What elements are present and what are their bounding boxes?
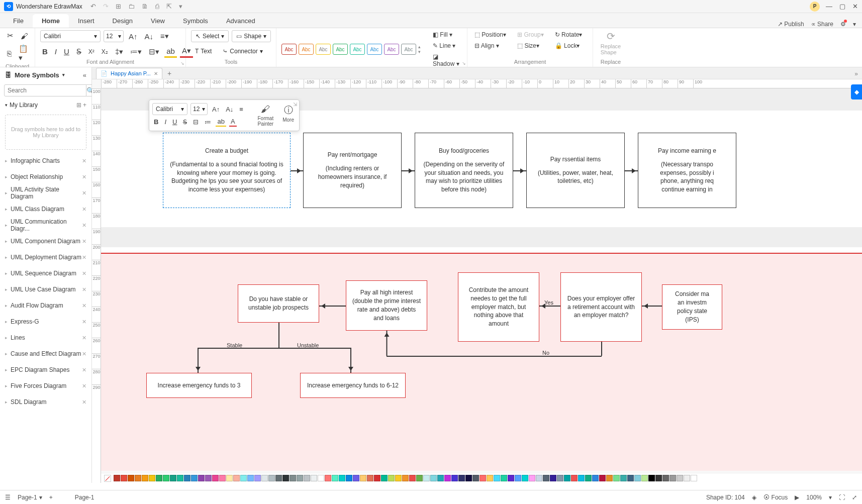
close-icon[interactable]: ✕ xyxy=(852,3,858,10)
color-swatch[interactable] xyxy=(620,475,627,481)
styles-scroll-down-icon[interactable]: ▾ xyxy=(418,49,421,54)
float-format-painter-button[interactable]: 🖌 Format Painter xyxy=(256,103,276,128)
layers-icon[interactable]: ◈ xyxy=(752,494,756,501)
presentation-icon[interactable]: ▶ xyxy=(795,494,799,501)
color-swatch[interactable] xyxy=(367,475,373,481)
float-decrease-font-icon[interactable]: A↓ xyxy=(224,105,235,114)
search-input[interactable] xyxy=(4,84,86,96)
symbol-category-item[interactable]: ▸Cause and Effect Diagram✕ xyxy=(0,346,91,362)
rotate-button[interactable]: ↻ Rotate▾ xyxy=(553,30,585,39)
new-icon[interactable]: ⊞ xyxy=(116,3,121,10)
color-swatch[interactable] xyxy=(170,475,176,481)
maximize-icon[interactable]: ▢ xyxy=(839,3,845,10)
color-swatch[interactable] xyxy=(374,475,380,481)
shape-employer-offer[interactable]: Does your employer offer a retirement ac… xyxy=(560,272,642,342)
shape-buy-food[interactable]: Buy food/groceries (Depending on the ser… xyxy=(415,133,513,208)
subscript-icon[interactable]: X₂ xyxy=(100,47,110,56)
symbol-category-item[interactable]: ▸UML Sequence Diagram✕ xyxy=(0,265,91,281)
remove-category-icon[interactable]: ✕ xyxy=(82,383,86,389)
color-swatch[interactable] xyxy=(177,475,183,481)
remove-category-icon[interactable]: ✕ xyxy=(82,319,86,325)
tab-view[interactable]: View xyxy=(142,14,174,28)
page-selector[interactable]: Page-1 ▾ xyxy=(18,494,42,501)
shape-employer-match-amount[interactable]: Contribute the amount needes to get the … xyxy=(458,272,539,342)
shape-ips[interactable]: Consider ma an investm policy state (IPS… xyxy=(662,284,722,330)
panel-collapse-icon[interactable]: « xyxy=(83,71,86,79)
format-painter-icon[interactable]: 🖌 xyxy=(19,31,30,41)
shape-emergency-3[interactable]: Increase emergency funds to 3 xyxy=(146,373,252,398)
remove-category-icon[interactable]: ✕ xyxy=(82,174,86,180)
style-swatch-6[interactable]: Abc xyxy=(367,44,382,55)
copy-icon[interactable]: ⎘ xyxy=(5,48,14,59)
undo-icon[interactable]: ↶ xyxy=(90,3,96,10)
redo-icon[interactable]: ↷ xyxy=(103,3,109,10)
bullet-list-icon[interactable]: ≔▾ xyxy=(128,46,144,57)
remove-category-icon[interactable]: ✕ xyxy=(82,158,86,164)
float-italic-icon[interactable]: I xyxy=(163,118,168,126)
shape-emergency-6-12[interactable]: Increase emergency funds to 6-12 xyxy=(300,373,406,398)
color-swatch[interactable] xyxy=(254,475,261,481)
remove-category-icon[interactable]: ✕ xyxy=(82,335,86,341)
document-tab[interactable]: 📄 Happy Asian P... ✕ xyxy=(96,68,162,79)
symbol-category-item[interactable]: ▸Express-G✕ xyxy=(0,314,91,330)
color-swatch[interactable] xyxy=(346,475,352,481)
symbol-category-item[interactable]: ▸UML Use Case Diagram✕ xyxy=(0,281,91,297)
strikethrough-icon[interactable]: S̶ xyxy=(74,46,83,57)
color-swatch[interactable] xyxy=(487,475,493,481)
color-swatch[interactable] xyxy=(684,475,690,481)
symbol-category-item[interactable]: ▸Five Forces Diagram✕ xyxy=(0,378,91,394)
remove-category-icon[interactable]: ✕ xyxy=(82,303,86,309)
color-swatch[interactable] xyxy=(416,475,423,481)
symbol-category-item[interactable]: ▸UML Communication Diagr...✕ xyxy=(0,217,91,233)
color-swatch[interactable] xyxy=(360,475,366,481)
page-tab-1[interactable]: Page-1 xyxy=(75,494,94,501)
color-swatch[interactable] xyxy=(634,475,641,481)
fit-page-icon[interactable]: ⛶ xyxy=(839,494,845,501)
symbol-category-item[interactable]: ▸UML Class Diagram✕ xyxy=(0,201,91,217)
color-swatch[interactable] xyxy=(669,475,676,481)
tab-design[interactable]: Design xyxy=(104,14,142,28)
print-icon[interactable]: ⎙ xyxy=(155,3,159,10)
color-swatch[interactable] xyxy=(282,475,289,481)
color-swatch[interactable] xyxy=(121,475,127,481)
add-library-icon[interactable]: ⊞ + xyxy=(76,102,86,109)
color-swatch[interactable] xyxy=(437,475,444,481)
shape-income-earning[interactable]: Pay income earning e (Necessary transpo … xyxy=(638,133,736,208)
shape-tool-button[interactable]: ▭ Shape ▾ xyxy=(232,30,271,42)
remove-category-icon[interactable]: ✕ xyxy=(82,206,86,213)
remove-category-icon[interactable]: ✕ xyxy=(82,399,86,406)
symbol-category-item[interactable]: ▸UML Deployment Diagram✕ xyxy=(0,249,91,265)
remove-category-icon[interactable]: ✕ xyxy=(82,270,86,277)
color-swatch[interactable] xyxy=(613,475,620,481)
color-swatch[interactable] xyxy=(198,475,205,481)
color-swatch[interactable] xyxy=(114,475,120,481)
font-select[interactable]: Calibri▾ xyxy=(40,30,101,42)
shadow-button[interactable]: ◪ Shadow ▾ xyxy=(431,52,462,68)
minimize-icon[interactable]: — xyxy=(826,3,832,10)
my-library-header[interactable]: ▾My Library ⊞ + xyxy=(0,98,91,112)
color-swatch[interactable] xyxy=(381,475,388,481)
publish-button[interactable]: ↗ Publish xyxy=(778,21,804,28)
color-swatch[interactable] xyxy=(494,475,500,481)
pages-menu-button[interactable]: ☰ xyxy=(5,494,11,501)
notifications-icon[interactable]: ⚙ xyxy=(840,21,846,28)
remove-category-icon[interactable]: ✕ xyxy=(82,367,86,373)
color-swatch[interactable] xyxy=(465,475,472,481)
color-swatch[interactable] xyxy=(388,475,395,481)
color-swatch[interactable] xyxy=(304,475,310,481)
color-swatch[interactable] xyxy=(212,475,219,481)
color-swatch[interactable] xyxy=(606,475,613,481)
color-swatch[interactable] xyxy=(191,475,198,481)
color-swatch[interactable] xyxy=(522,475,528,481)
size-button[interactable]: ⬚ Size▾ xyxy=(515,41,546,50)
number-list-icon[interactable]: ⊟▾ xyxy=(147,46,161,57)
remove-category-icon[interactable]: ✕ xyxy=(82,286,86,293)
superscript-icon[interactable]: X² xyxy=(86,47,97,56)
float-bold-icon[interactable]: B xyxy=(152,118,160,126)
symbol-category-item[interactable]: ▸UML Activity State Diagram✕ xyxy=(0,185,91,201)
color-swatch[interactable] xyxy=(543,475,549,481)
tab-advanced[interactable]: Advanced xyxy=(217,14,264,28)
style-swatch-4[interactable]: Abc xyxy=(333,44,348,55)
symbol-category-item[interactable]: ▸SDL Diagram✕ xyxy=(0,394,91,410)
color-swatch[interactable] xyxy=(226,475,233,481)
